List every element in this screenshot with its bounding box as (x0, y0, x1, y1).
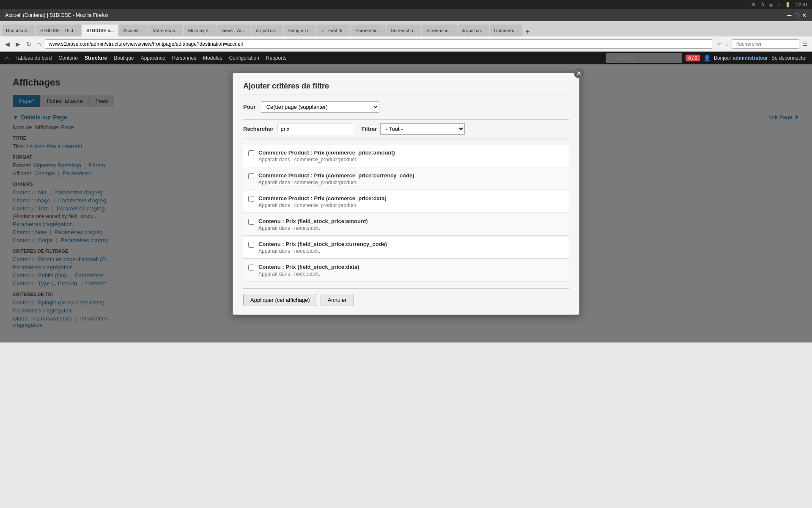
filtrer-label: Filtrer (362, 126, 377, 132)
menu-icon[interactable]: ☰ (802, 40, 809, 48)
result-sub-1: Apparaît dans : commerce_product:product… (258, 157, 564, 163)
logout-link[interactable]: Se déconnecter (771, 55, 807, 61)
nav-boutique[interactable]: Boutique (114, 55, 134, 61)
username: administrateur (733, 55, 768, 61)
nav-tableau[interactable]: Tableau de bord (15, 55, 52, 61)
browser-titlebar: Accueil (Contenu) | S1BIOSE - Mozilla Fi… (0, 9, 812, 21)
result-checkbox-3[interactable] (248, 196, 254, 202)
result-checkbox-2[interactable] (248, 173, 254, 179)
result-sub-6: Apparaît dans : node:stock. (258, 271, 564, 277)
user-icon: 👤 (703, 55, 710, 61)
result-text-6: Contenu : Prix (field_stock_price:data) … (258, 264, 564, 277)
browser-tab-first[interactable]: 7 - First di... (317, 25, 350, 36)
browser-window-controls: ─ □ ✕ (787, 12, 807, 19)
reload-button[interactable]: ↻ (25, 40, 33, 48)
result-name-6: Contenu : Prix (field_stock_price:data) (258, 264, 564, 270)
browser-tab-roundcub[interactable]: Roundcub... (2, 25, 35, 36)
browser-tab-s1biose1[interactable]: S1BIOSE - 15 J... (36, 25, 81, 36)
browser-tab-votre[interactable]: Votre espa... (148, 25, 183, 36)
browser-tab-s1biose-active[interactable]: S1BIOSE v... (82, 25, 118, 36)
browser-tab-multi[interactable]: Multi-byte... (184, 25, 217, 36)
bookmark-icon[interactable]: ☆ (716, 40, 722, 48)
nav-modules[interactable]: Modules (203, 55, 222, 61)
result-sub-2: Apparaît dans : commerce_product:product… (258, 179, 564, 185)
browser-title: Accueil (Contenu) | S1BIOSE - Mozilla Fi… (5, 12, 109, 18)
browser-tab-google[interactable]: Google Tr... (284, 25, 316, 36)
cancel-button[interactable]: Annuler (321, 294, 354, 306)
maximize-icon[interactable]: □ (795, 12, 798, 19)
cart-badge: 0 / 0 (686, 55, 700, 61)
home-icon[interactable]: ⌂ (5, 55, 8, 61)
modal-overlay: ✕ Ajouter critères de filtre Pour Ce(tte… (0, 64, 812, 342)
browser-addressbar: ◀ ▶ ↻ ⌂ ☆ ↓ ☰ (0, 36, 812, 52)
result-item: Commerce Product : Prix (commerce_price:… (243, 191, 569, 213)
pour-label: Pour (243, 104, 256, 110)
admin-search-input[interactable] (606, 53, 682, 63)
nav-apparence[interactable]: Apparence (141, 55, 165, 61)
pour-select[interactable]: Ce(tte) page (supplanter) (261, 101, 379, 113)
modal-footer: Appliquer (cet affichage) Annuler (243, 288, 569, 306)
network-icon: ◈ (769, 2, 773, 8)
drupal-admin-bar: ⌂ Tableau de bord Contenu Structure Bout… (0, 52, 812, 64)
rechercher-label: Rechercher (243, 126, 274, 132)
nav-personnes[interactable]: Personnes (172, 55, 196, 61)
forward-button[interactable]: ▶ (14, 40, 22, 48)
result-name-1: Commerce Product : Prix (commerce_price:… (258, 149, 564, 156)
browser-tab-screen2[interactable]: Screensho... (387, 25, 421, 36)
home-button[interactable]: ⌂ (36, 40, 42, 48)
modal-filter-row: Rechercher Filtrer - Tout - Commerce Con… (243, 119, 569, 138)
back-button[interactable]: ◀ (3, 40, 11, 48)
result-text-5: Contenu : Prix (field_stock_price:curren… (258, 241, 564, 254)
result-name-4: Contenu : Prix (field_stock_price:amount… (258, 218, 564, 224)
result-sub-4: Apparaît dans : node:stock. (258, 225, 564, 231)
minimize-icon[interactable]: ─ (787, 12, 792, 19)
browser-tab-accueil[interactable]: Accueil ... (119, 25, 148, 36)
result-checkbox-6[interactable] (248, 265, 254, 271)
rechercher-input[interactable] (277, 124, 353, 134)
result-text-4: Contenu : Prix (field_stock_price:amount… (258, 218, 564, 231)
browser-tab-screen1[interactable]: Screensho... (351, 25, 386, 36)
nav-structure[interactable]: Structure (85, 55, 107, 61)
modal-results: Commerce Product : Prix (commerce_price:… (243, 145, 569, 282)
result-text-2: Commerce Product : Prix (commerce_price:… (258, 172, 564, 185)
new-tab-button[interactable]: + (523, 27, 532, 36)
download-icon[interactable]: ↓ (725, 40, 730, 48)
result-name-3: Commerce Product : Prix (commerce_price:… (258, 195, 564, 202)
bluetooth-icon: ⊙ (760, 2, 764, 8)
browser-tab-views[interactable]: views - Au... (217, 25, 251, 36)
nav-configuration[interactable]: Configuration (229, 55, 259, 61)
browser-tab-screen3[interactable]: Screensho... (422, 25, 457, 36)
result-text-1: Commerce Product : Prix (commerce_price:… (258, 149, 564, 163)
result-sub-3: Apparaît dans : commerce_product:product… (258, 202, 564, 208)
result-sub-5: Apparaît dans : node:stock. (258, 248, 564, 254)
close-icon[interactable]: ✕ (802, 12, 807, 19)
result-checkbox-5[interactable] (248, 242, 254, 248)
modal-close-button[interactable]: ✕ (574, 68, 584, 78)
modal-pour-row: Pour Ce(tte) page (supplanter) (243, 101, 569, 113)
browser-search-input[interactable] (732, 39, 799, 49)
result-checkbox-1[interactable] (248, 150, 254, 156)
browser-tab-commerc[interactable]: Commerc... (490, 25, 522, 36)
url-bar[interactable] (45, 39, 713, 49)
filtrer-select[interactable]: - Tout - Commerce Contenu Node (380, 123, 465, 135)
battery-icon: 🔋 (785, 2, 791, 8)
browser-tab-drupal1[interactable]: drupal co... (252, 25, 283, 36)
result-item: Contenu : Prix (field_stock_price:amount… (243, 214, 569, 236)
nav-rapports[interactable]: Rapports (266, 55, 287, 61)
browser-toolbar: ☰ (802, 40, 809, 48)
user-greeting: Bonjour administrateur (714, 55, 768, 61)
admin-bar-right: 0 / 0 👤 Bonjour administrateur Se déconn… (606, 53, 807, 63)
result-item: Commerce Product : Prix (commerce_price:… (243, 145, 569, 167)
browser-tabs: Roundcub... S1BIOSE - 15 J... S1BIOSE v.… (0, 21, 812, 36)
result-checkbox-4[interactable] (248, 219, 254, 225)
modal-title: Ajouter critères de filtre (243, 82, 569, 94)
browser-tab-drupal2[interactable]: drupal co... (458, 25, 489, 36)
result-item: Contenu : Prix (field_stock_price:curren… (243, 237, 569, 259)
nav-contenu[interactable]: Contenu (59, 55, 78, 61)
result-text-3: Commerce Product : Prix (commerce_price:… (258, 195, 564, 208)
filtrer-group: Filtrer - Tout - Commerce Contenu Node (362, 123, 465, 135)
apply-button[interactable]: Appliquer (cet affichage) (243, 294, 317, 306)
result-name-5: Contenu : Prix (field_stock_price:curren… (258, 241, 564, 247)
rechercher-group: Rechercher (243, 124, 353, 134)
result-item: Contenu : Prix (field_stock_price:data) … (243, 260, 569, 282)
